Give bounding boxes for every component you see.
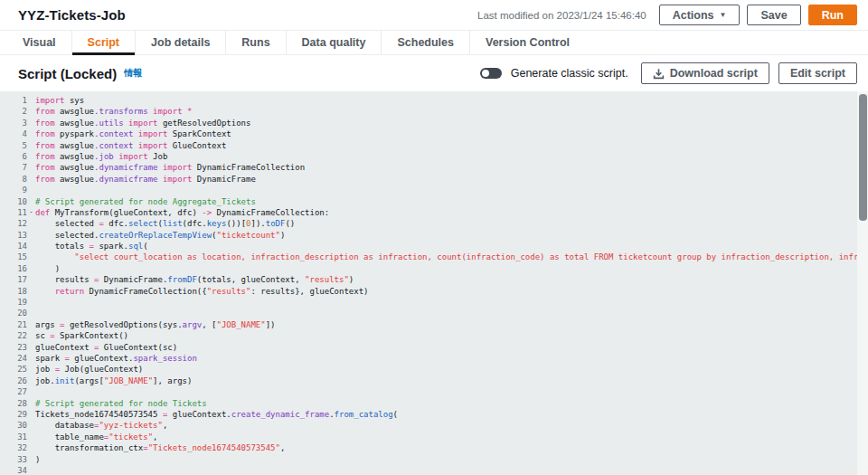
fold-spacer <box>27 442 35 453</box>
code-text: from awsglue.dynamicframe import Dynamic… <box>35 174 256 185</box>
line-number: 30 <box>0 420 27 431</box>
code-line: 17 results = DynamicFrame.fromDF(totals,… <box>0 274 868 285</box>
line-number: 14 <box>0 241 27 252</box>
tab-schedules[interactable]: Schedules <box>381 31 469 54</box>
tab-runs[interactable]: Runs <box>225 31 285 54</box>
code-line: 3from awsglue.utils import getResolvedOp… <box>0 118 868 128</box>
code-text: args = getResolvedOptions(sys.argv, ["JO… <box>35 319 276 330</box>
line-number: 13 <box>0 230 27 241</box>
code-line: 32 transformation_ctx="Tickets_node16745… <box>0 442 868 453</box>
line-number: 5 <box>0 140 27 151</box>
code-text: def MyTransform(glueContext, dfc) -> Dyn… <box>35 207 329 218</box>
editor-scrollbar[interactable] <box>859 94 867 221</box>
code-editor[interactable]: 1import sys2from awsglue.transforms impo… <box>0 91 868 475</box>
fold-spacer <box>27 386 35 397</box>
code-text: from awsglue.utils import getResolvedOpt… <box>35 118 250 128</box>
line-number: 32 <box>0 442 27 453</box>
code-line: 23glueContext = GlueContext(sc) <box>0 342 868 353</box>
code-line: 34 <box>0 465 868 475</box>
code-text: job = Job(glueContext) <box>35 364 143 375</box>
script-panel-header: Script (Locked) 情報 Generate classic scri… <box>0 55 868 91</box>
code-line: 8from awsglue.dynamicframe import Dynami… <box>0 174 868 185</box>
download-script-label: Download script <box>670 67 758 80</box>
script-header-controls: Generate classic script. Download script… <box>480 62 857 84</box>
code-line: 19 <box>0 297 868 308</box>
generate-classic-script-label: Generate classic script. <box>511 67 628 80</box>
line-number: 17 <box>0 274 27 285</box>
fold-spacer <box>27 286 35 297</box>
fold-spacer <box>27 353 35 364</box>
code-line: 9 <box>0 185 868 195</box>
code-line: 26job.init(args["JOB_NAME"], args) <box>0 375 868 386</box>
top-bar: YYZ-Tickets-Job Last modified on 2023/1/… <box>0 0 868 30</box>
fold-spacer <box>27 454 35 465</box>
fold-spacer <box>27 364 35 375</box>
fold-spacer <box>27 308 35 318</box>
code-line: 30 database="yyz-tickets", <box>0 420 868 431</box>
code-text: glueContext = GlueContext(sc) <box>35 342 177 353</box>
code-line: 22sc = SparkContext() <box>0 330 868 341</box>
code-text: Tickets_node1674540573545 = glueContext.… <box>35 409 398 420</box>
code-line: 6from awsglue.job import Job <box>0 151 868 162</box>
tab-job-details[interactable]: Job details <box>135 31 225 54</box>
fold-spacer <box>27 128 35 139</box>
save-button-label: Save <box>760 9 787 22</box>
fold-spacer <box>27 342 35 353</box>
code-text: totals = spark.sql( <box>35 241 148 252</box>
line-number: 12 <box>0 218 27 229</box>
code-line: 25job = Job(glueContext) <box>0 364 868 375</box>
line-number: 9 <box>0 185 27 195</box>
line-number: 10 <box>0 196 27 207</box>
line-number: 24 <box>0 353 27 364</box>
code-area: 1import sys2from awsglue.transforms impo… <box>0 95 868 475</box>
code-line: 16 ) <box>0 263 868 274</box>
fold-spacer <box>27 409 35 420</box>
code-text: ) <box>35 263 60 274</box>
save-button[interactable]: Save <box>747 5 800 25</box>
line-number: 25 <box>0 364 27 375</box>
edit-script-button[interactable]: Edit script <box>778 62 857 84</box>
actions-button[interactable]: Actions ▼ <box>659 5 741 25</box>
code-text: from awsglue.dynamicframe import Dynamic… <box>35 162 305 173</box>
code-line: 18 return DynamicFrameCollection({"resul… <box>0 286 868 297</box>
code-line: 21args = getResolvedOptions(sys.argv, ["… <box>0 319 868 330</box>
download-script-button[interactable]: Download script <box>641 62 769 84</box>
code-text: import sys <box>35 95 84 106</box>
fold-spacer <box>27 274 35 285</box>
line-number: 6 <box>0 151 27 162</box>
line-number: 15 <box>0 252 27 262</box>
fold-spacer <box>27 196 35 207</box>
tab-data-quality[interactable]: Data quality <box>286 31 382 54</box>
fold-spacer <box>27 162 35 173</box>
last-modified-text: Last modified on 2023/1/24 15:46:40 <box>477 10 646 21</box>
code-line: 13 selected.createOrReplaceTempView("tic… <box>0 230 868 241</box>
tab-visual[interactable]: Visual <box>7 31 71 54</box>
line-number: 33 <box>0 454 27 465</box>
fold-spacer <box>27 398 35 409</box>
line-number: 22 <box>0 330 27 341</box>
info-link[interactable]: 情報 <box>124 67 142 80</box>
fold-marker-icon[interactable]: - <box>27 207 35 218</box>
code-line: 15 "select court_location as location, i… <box>0 252 868 262</box>
line-number: 20 <box>0 308 27 318</box>
fold-spacer <box>27 420 35 431</box>
fold-spacer <box>27 330 35 341</box>
tab-version-control[interactable]: Version Control <box>469 31 585 54</box>
fold-spacer <box>27 218 35 229</box>
code-line: 4from pyspark.context import SparkContex… <box>0 128 868 139</box>
code-line: 2from awsglue.transforms import * <box>0 106 868 117</box>
run-button[interactable]: Run <box>808 5 857 25</box>
tab-script[interactable]: Script <box>71 31 135 54</box>
code-text: from awsglue.context import GlueContext <box>35 140 226 151</box>
code-line: 29Tickets_node1674540573545 = glueContex… <box>0 409 868 420</box>
code-line: 33) <box>0 454 868 465</box>
code-line: 5from awsglue.context import GlueContext <box>0 140 868 151</box>
fold-spacer <box>27 151 35 162</box>
generate-classic-script-toggle[interactable] <box>480 68 502 79</box>
fold-spacer <box>27 297 35 308</box>
code-line: 11-def MyTransform(glueContext, dfc) -> … <box>0 207 868 218</box>
line-number: 11 <box>0 207 27 218</box>
code-text: "select court_location as location, infr… <box>35 252 868 262</box>
run-button-label: Run <box>822 9 844 22</box>
code-text: transformation_ctx="Tickets_node16745405… <box>35 442 285 453</box>
